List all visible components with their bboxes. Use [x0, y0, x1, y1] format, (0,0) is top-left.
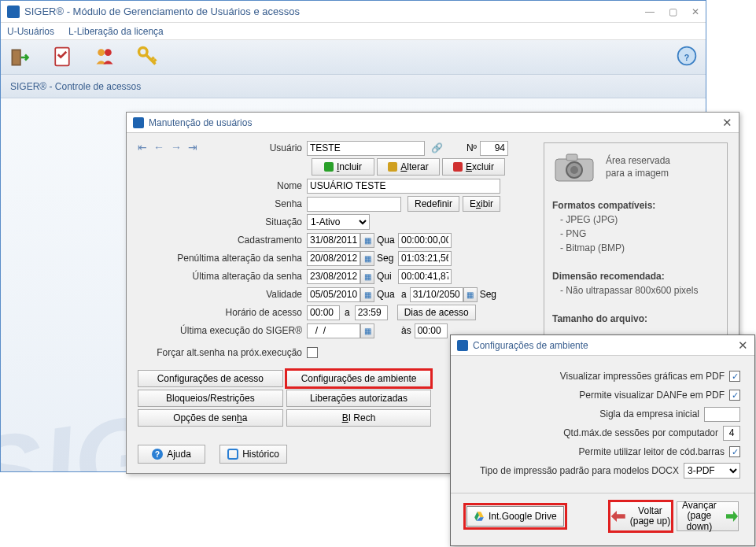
redefinir-button[interactable]: Redefinir: [408, 196, 459, 212]
input-ult-time[interactable]: [398, 269, 452, 284]
input-no[interactable]: [480, 141, 508, 156]
help-icon[interactable]: ?: [676, 45, 698, 69]
calendar-icon[interactable]: ▦: [463, 287, 478, 302]
input-pen-date[interactable]: [307, 251, 360, 266]
svg-text:?: ?: [684, 53, 689, 62]
label-docx: Tipo de impressão padrão para modelos DO…: [480, 465, 679, 476]
arrow-left-icon: [611, 511, 625, 522]
input-exec-time[interactable]: [415, 323, 448, 338]
google-drive-button[interactable]: Int.Google Drive: [467, 506, 564, 527]
reserved-line2: para a imagem: [606, 168, 670, 180]
clipboard-icon[interactable]: [51, 45, 73, 69]
label-danfe: Permite visualizar DANFe em PDF: [579, 390, 725, 401]
plus-icon: [324, 162, 334, 172]
input-senha[interactable]: [307, 197, 401, 212]
toolbar: ?: [1, 40, 706, 75]
titlebar: SIGER® - Módulo de Gerenciamento de Usuá…: [1, 1, 706, 23]
reserved-line1: Área reservada: [606, 155, 670, 168]
checkbox-barras[interactable]: ✓: [729, 446, 740, 457]
close-button[interactable]: ✕: [691, 6, 699, 17]
input-cad-time[interactable]: [398, 233, 452, 248]
app-title: SIGER® - Módulo de Gerenciamento de Usuá…: [24, 6, 645, 17]
calendar-icon[interactable]: ▦: [360, 233, 374, 248]
input-pen-time[interactable]: [398, 251, 452, 266]
key-icon[interactable]: [136, 45, 158, 69]
dialog-close-button[interactable]: ✕: [722, 116, 732, 130]
svg-rect-9: [566, 154, 577, 161]
dialog-title: Manutenção de usuários: [149, 117, 722, 128]
camera-icon: [552, 151, 596, 184]
liberacoes-button[interactable]: Liberações autorizadas: [286, 390, 432, 407]
calendar-icon[interactable]: ▦: [360, 251, 374, 266]
dimension-heading: Dimensão recomendada:: [552, 271, 665, 282]
bi-rech-button[interactable]: BI RechBI Rech: [286, 409, 432, 427]
exibir-button[interactable]: ExibirExibir: [463, 196, 500, 212]
link-icon[interactable]: 🔗: [425, 142, 448, 153]
input-hor-from[interactable]: [307, 305, 340, 320]
incluir-button[interactable]: IIncluirncluir: [312, 158, 374, 176]
menu-usuarios[interactable]: U-Usuários: [7, 26, 54, 37]
checkbox-danfe[interactable]: ✓: [729, 390, 740, 401]
val-from-dow: Qua: [374, 289, 398, 300]
input-hor-to[interactable]: [355, 305, 388, 320]
delete-icon: [453, 162, 463, 172]
input-usuario[interactable]: [307, 141, 425, 156]
avancar-button[interactable]: Avançar(page down): [677, 501, 739, 531]
env-close-button[interactable]: ✕: [738, 338, 748, 353]
format-png: - PNG: [552, 228, 586, 239]
select-situacao[interactable]: 1-Ativo: [307, 214, 370, 230]
label-situacao: Situação: [138, 216, 307, 227]
voltar-button[interactable]: Voltar(page up): [610, 501, 672, 531]
dialog-titlebar: Manutenção de usuários ✕: [127, 113, 739, 133]
label-cadastramento: Cadastramento: [138, 235, 307, 246]
menu-liberacao[interactable]: L-Liberação da licença: [68, 26, 164, 37]
input-ult-date[interactable]: [307, 269, 360, 284]
cfg-acesso-button[interactable]: Configurações de acesso: [138, 370, 283, 387]
maximize-button[interactable]: ▢: [669, 6, 677, 17]
input-val-from[interactable]: [307, 287, 360, 302]
svg-point-11: [570, 166, 578, 174]
ajuda-button[interactable]: ?Ajuda: [138, 445, 205, 464]
label-as: às: [398, 325, 415, 336]
svg-point-4: [105, 49, 112, 56]
input-sessoes[interactable]: [723, 426, 740, 441]
label-no: Nº: [448, 142, 480, 153]
minimize-button[interactable]: —: [645, 6, 655, 17]
checkbox-graficas[interactable]: ✓: [729, 371, 740, 382]
select-docx[interactable]: 3-PDF: [684, 463, 740, 479]
format-bmp: - Bitmap (BMP): [552, 242, 625, 253]
label-nome: Nome: [138, 180, 307, 191]
format-jpeg: - JPEG (JPG): [552, 214, 618, 225]
env-dialog-title: Configurações de ambiente: [473, 340, 738, 351]
bloqueios-button[interactable]: Bloqueios/Restrições: [138, 390, 283, 407]
alterar-button[interactable]: Alterar: [377, 158, 440, 176]
label-forcar: Forçar alt.senha na próx.execução: [138, 347, 307, 358]
label-senha: Senha: [138, 198, 307, 209]
label-penultima: Penúltima alteração da senha: [138, 253, 307, 264]
arrow-right-icon: [726, 511, 738, 522]
svg-rect-1: [13, 50, 20, 65]
input-exec-date[interactable]: [307, 323, 360, 338]
exit-icon[interactable]: [9, 46, 31, 68]
dias-acesso-button[interactable]: Dias de acesso: [397, 305, 476, 320]
opcoes-senha-button[interactable]: Opções de senhaOpções de senha: [138, 409, 283, 427]
label-usuario: Usuário: [138, 142, 307, 153]
checkbox-forcar[interactable]: [307, 347, 318, 358]
label-graficas: Visualizar impressões gráficas em PDF: [560, 371, 725, 382]
google-drive-icon: [474, 511, 485, 522]
input-sigla[interactable]: [704, 407, 740, 422]
input-cad-date[interactable]: [307, 233, 360, 248]
users-icon[interactable]: [94, 45, 116, 69]
calendar-icon[interactable]: ▦: [360, 323, 374, 338]
cfg-ambiente-button[interactable]: Configurações de ambiente: [286, 370, 432, 387]
calendar-icon[interactable]: ▦: [360, 269, 374, 284]
dialog-app-icon: [457, 340, 468, 351]
dimension-value: - Não ultrapassar 800x600 pixels: [552, 285, 698, 296]
excluir-button[interactable]: Excluir: [442, 158, 505, 176]
calendar-icon[interactable]: ▦: [360, 287, 374, 302]
label-ultima: Última alteração da senha: [138, 271, 307, 282]
input-nome[interactable]: [307, 179, 500, 194]
historico-button[interactable]: Histórico: [219, 445, 287, 464]
input-val-to[interactable]: [410, 287, 463, 302]
label-a2: a: [340, 307, 355, 318]
